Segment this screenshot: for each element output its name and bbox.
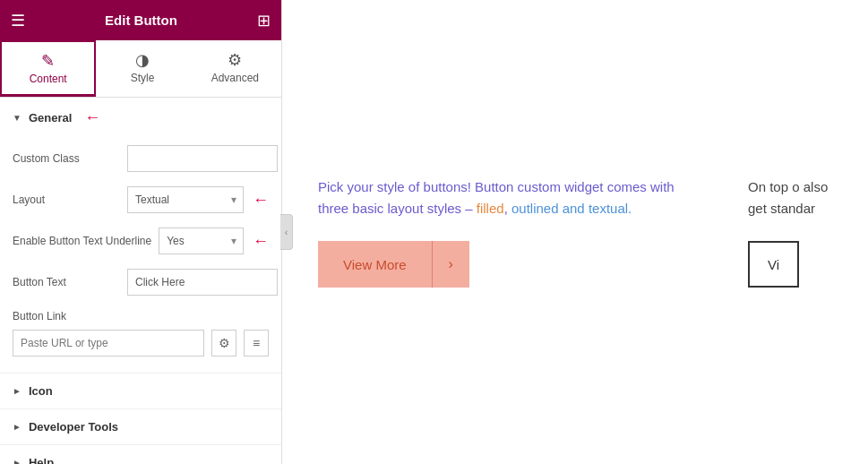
preview-right: On top o also get standar Vi <box>748 176 832 288</box>
preview-text-outlined: outlined <box>511 201 559 216</box>
sidebar-title: Edit Button <box>105 13 177 28</box>
annotation-arrow-layout: ← <box>253 191 269 210</box>
preview-button-outlined-label: Vi <box>750 245 797 285</box>
button-link-row: Button Link <box>0 303 281 330</box>
help-collapse-arrow: ► <box>13 458 21 464</box>
icon-section-label: Icon <box>29 384 53 398</box>
sidebar-header: ☰ Edit Button ⊞ <box>0 0 281 40</box>
annotation-arrow-general: ← <box>84 108 100 127</box>
button-link-input-row: ⚙ ≡ <box>0 330 281 364</box>
custom-class-label: Custom Class <box>13 152 120 165</box>
button-text-label: Button Text <box>13 276 120 288</box>
style-tab-label: Style <box>131 72 155 84</box>
sidebar-content: ▼ General ← Custom Class ≡ Layout Fill <box>0 98 281 464</box>
developer-tools-collapse-arrow: ► <box>13 422 21 432</box>
custom-class-input[interactable] <box>127 145 278 172</box>
help-section: ► Help <box>0 445 281 464</box>
developer-tools-section: ► Developer Tools <box>0 409 281 445</box>
underline-label: Enable Button Text Underline <box>13 235 151 247</box>
underline-control: Yes No ← <box>159 228 269 254</box>
sidebar: ☰ Edit Button ⊞ ✎ Content ◑ Style ⚙ Adva… <box>0 0 282 464</box>
icon-collapse-arrow: ► <box>13 386 21 396</box>
custom-class-row: Custom Class ≡ <box>0 138 281 179</box>
sidebar-tabs: ✎ Content ◑ Style ⚙ Advanced <box>0 40 281 98</box>
custom-class-control: ≡ <box>127 145 281 172</box>
layout-label: Layout <box>13 193 120 206</box>
sidebar-collapse-handle[interactable]: ‹ <box>280 214 293 250</box>
button-link-settings-icon[interactable]: ⚙ <box>211 330 236 357</box>
preview-text-filled: filled <box>477 201 504 216</box>
developer-tools-section-header[interactable]: ► Developer Tools <box>0 409 281 444</box>
preview-button-outlined[interactable]: Vi <box>748 241 799 288</box>
main-content: Pick your style of buttons! Button custo… <box>282 0 868 464</box>
annotation-arrow-underline: ← <box>253 232 269 251</box>
general-section-label: General <box>29 111 72 125</box>
preview-text-part2: , <box>504 201 511 216</box>
underline-row: Enable Button Text Underline Yes No ← <box>0 220 281 262</box>
icon-section: ► Icon <box>0 374 281 409</box>
tab-style[interactable]: ◑ Style <box>96 40 188 97</box>
button-text-control: ≡ <box>127 269 281 296</box>
button-text-row: Button Text ≡ <box>0 262 281 303</box>
style-tab-icon: ◑ <box>135 50 150 70</box>
preview-button-filled-chevron: › <box>433 244 469 285</box>
content-tab-icon: ✎ <box>41 51 55 71</box>
preview-button-filled-label: View More <box>318 245 432 285</box>
grid-icon[interactable]: ⊞ <box>257 11 271 30</box>
layout-control: Filled Outlined Textual ← <box>127 186 269 213</box>
help-section-header[interactable]: ► Help <box>0 445 281 464</box>
layout-select[interactable]: Filled Outlined Textual <box>127 186 244 213</box>
advanced-tab-icon: ⚙ <box>228 50 242 70</box>
tab-content[interactable]: ✎ Content <box>0 40 96 97</box>
preview-text-part3: and textual. <box>559 201 632 216</box>
preview-left: Pick your style of buttons! Button custo… <box>318 176 676 288</box>
button-link-label: Button Link <box>13 310 120 322</box>
help-section-label: Help <box>29 456 54 464</box>
general-section: ▼ General ← Custom Class ≡ Layout Fill <box>0 98 281 374</box>
content-tab-label: Content <box>30 73 67 85</box>
tab-advanced[interactable]: ⚙ Advanced <box>189 40 281 97</box>
layout-row: Layout Filled Outlined Textual ← <box>0 179 281 220</box>
preview-button-filled[interactable]: View More › <box>318 241 469 288</box>
advanced-tab-label: Advanced <box>211 72 259 84</box>
icon-section-header[interactable]: ► Icon <box>0 374 281 408</box>
developer-tools-section-label: Developer Tools <box>29 420 118 434</box>
layout-select-wrapper: Filled Outlined Textual <box>127 186 244 213</box>
preview-text-right: On top o also get standar <box>748 176 832 219</box>
general-section-header[interactable]: ▼ General ← <box>0 98 281 138</box>
general-collapse-arrow: ▼ <box>13 113 21 123</box>
main-canvas: Pick your style of buttons! Button custo… <box>282 0 868 464</box>
button-link-options-icon[interactable]: ≡ <box>244 330 269 357</box>
hamburger-icon[interactable]: ☰ <box>11 11 25 30</box>
preview-description: Pick your style of buttons! Button custo… <box>318 176 676 219</box>
underline-select-wrapper: Yes No <box>159 228 244 254</box>
button-text-input[interactable] <box>127 269 278 296</box>
underline-select[interactable]: Yes No <box>159 228 244 254</box>
button-link-input[interactable] <box>13 330 204 357</box>
